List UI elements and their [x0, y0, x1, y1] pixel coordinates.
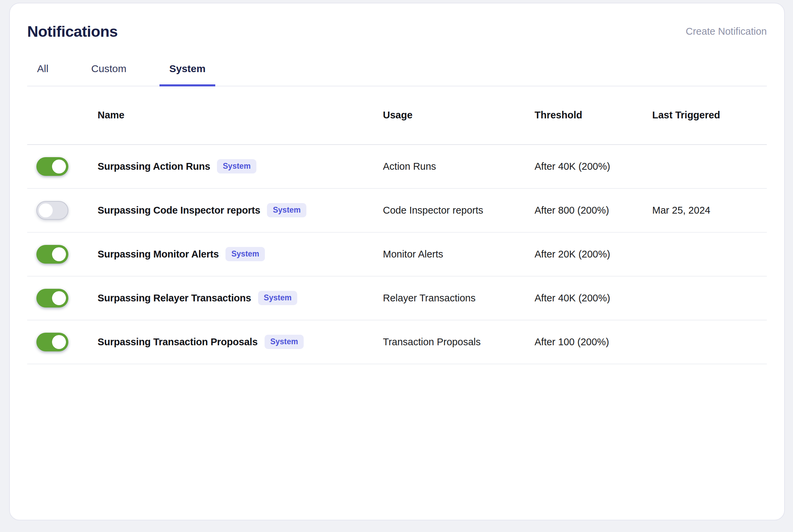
toggle-knob — [39, 203, 53, 217]
system-badge: System — [265, 335, 304, 349]
tab-label: All — [37, 63, 48, 74]
usage-cell: Code Inspector reports — [383, 205, 535, 216]
notification-toggle[interactable] — [36, 201, 68, 220]
system-badge: System — [258, 291, 298, 305]
last-triggered-cell: Mar 25, 2024 — [652, 205, 767, 216]
page-title: Notifications — [27, 23, 118, 40]
toggle-cell — [27, 245, 98, 264]
create-notification-button[interactable]: Create Notification — [686, 26, 767, 37]
name-cell: Surpassing Transaction Proposals System — [98, 335, 383, 349]
notification-toggle[interactable] — [36, 157, 68, 176]
tab-system[interactable]: System — [159, 63, 216, 86]
notification-name: Surpassing Action Runs — [98, 161, 210, 172]
toggle-cell — [27, 289, 98, 307]
usage-cell: Relayer Transactions — [383, 293, 535, 304]
notification-name: Surpassing Code Inspector reports — [98, 205, 260, 216]
toggle-knob — [52, 335, 66, 349]
system-badge: System — [217, 159, 256, 173]
table-row: Surpassing Action Runs System Action Run… — [27, 145, 767, 189]
column-header-usage: Usage — [383, 110, 535, 121]
tab-all[interactable]: All — [27, 63, 58, 86]
threshold-cell: After 20K (200%) — [535, 249, 652, 260]
notification-toggle[interactable] — [36, 333, 68, 351]
table-row: Surpassing Code Inspector reports System… — [27, 189, 767, 233]
tab-custom[interactable]: Custom — [81, 63, 136, 86]
toggle-knob — [52, 247, 66, 261]
toggle-cell — [27, 201, 98, 220]
notifications-panel: Notifications Create Notification All Cu… — [9, 3, 785, 520]
usage-cell: Monitor Alerts — [383, 249, 535, 260]
notification-name: Surpassing Transaction Proposals — [98, 336, 258, 348]
column-header-name: Name — [98, 110, 383, 121]
name-cell: Surpassing Action Runs System — [98, 159, 383, 173]
name-cell: Surpassing Code Inspector reports System — [98, 203, 383, 217]
tab-label: Custom — [91, 63, 126, 74]
usage-cell: Action Runs — [383, 161, 535, 172]
toggle-cell — [27, 157, 98, 176]
panel-header: Notifications Create Notification — [27, 3, 767, 40]
notification-toggle[interactable] — [36, 289, 68, 307]
system-badge: System — [267, 203, 306, 217]
notification-name: Surpassing Monitor Alerts — [98, 249, 219, 260]
usage-cell: Transaction Proposals — [383, 336, 535, 348]
table-header-row: Name Usage Threshold Last Triggered — [27, 86, 767, 145]
threshold-cell: After 40K (200%) — [535, 161, 652, 172]
table-body: Surpassing Action Runs System Action Run… — [27, 145, 767, 364]
toggle-knob — [52, 291, 66, 305]
system-badge: System — [225, 247, 265, 261]
tab-label: System — [169, 63, 206, 74]
threshold-cell: After 800 (200%) — [535, 205, 652, 216]
table-row: Surpassing Transaction Proposals System … — [27, 320, 767, 364]
name-cell: Surpassing Relayer Transactions System — [98, 291, 383, 305]
toggle-knob — [52, 160, 66, 173]
column-header-threshold: Threshold — [535, 110, 652, 121]
table-row: Surpassing Relayer Transactions System R… — [27, 277, 767, 320]
toggle-cell — [27, 333, 98, 351]
table-row: Surpassing Monitor Alerts System Monitor… — [27, 233, 767, 277]
tabs: All Custom System — [27, 63, 767, 86]
threshold-cell: After 40K (200%) — [535, 293, 652, 304]
name-cell: Surpassing Monitor Alerts System — [98, 247, 383, 261]
notification-toggle[interactable] — [36, 245, 68, 264]
column-header-last-triggered: Last Triggered — [652, 110, 767, 121]
threshold-cell: After 100 (200%) — [535, 336, 652, 348]
notification-name: Surpassing Relayer Transactions — [98, 293, 251, 304]
